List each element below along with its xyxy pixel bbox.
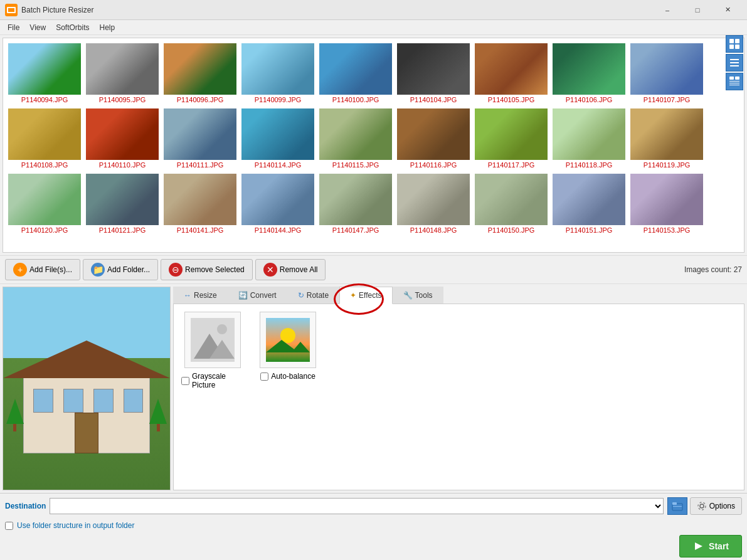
svg-rect-24 [735,77,739,80]
close-button[interactable]: ✕ [713,0,742,20]
options-button[interactable]: Options [690,497,742,515]
resize-icon: ↔ [184,291,191,300]
autobalance-effect: Auto-balance [257,312,319,482]
list-item[interactable]: P1140095.JPG [85,42,160,105]
add-folder-button[interactable]: 📁 Add Folder... [83,259,158,280]
image-filename: P1140107.JPG [644,96,691,103]
list-item[interactable]: P1140100.JPG [318,42,393,105]
image-filename: P1140094.JPG [21,96,68,103]
side-details-view-button[interactable] [726,73,743,90]
tab-rotate[interactable]: ↻ Rotate [287,287,339,304]
use-folder-structure-label[interactable]: Use folder structure in output folder [17,521,134,530]
menu-view[interactable]: View [24,22,51,33]
svg-rect-21 [730,62,739,63]
preview-image [3,287,170,490]
remove-selected-button[interactable]: ⊖ Remove Selected [161,259,253,280]
maximize-button[interactable]: □ [683,0,712,20]
list-item[interactable]: P1140141.JPG [162,172,238,235]
effects-icon: ✦ [350,291,356,300]
list-item[interactable]: P1140121.JPG [85,172,160,235]
start-label: Start [709,541,729,551]
list-item[interactable]: P1140115.JPG [318,107,393,170]
image-filename: P1140120.JPG [21,226,68,234]
tab-tools-label: Tools [415,291,433,300]
list-item[interactable]: P1140153.JPG [629,172,704,235]
destination-browse-button[interactable] [667,497,687,515]
svg-rect-27 [729,85,739,85]
remove-selected-icon: ⊖ [169,263,183,277]
bottom-controls: Destination [0,493,747,560]
menu-help[interactable]: Help [95,22,120,33]
list-item[interactable]: P1140151.JPG [551,172,627,235]
tab-convert-label: Convert [250,291,277,300]
side-list-view-button[interactable] [726,54,743,71]
tab-tools[interactable]: 🔧 Tools [393,287,443,304]
image-filename: P1140151.JPG [566,226,613,234]
list-item[interactable]: P1140114.JPG [240,107,315,170]
svg-rect-25 [729,81,739,82]
list-item[interactable]: P1140150.JPG [474,172,549,235]
list-item[interactable]: P1140104.JPG [396,42,471,105]
toolbar: + Add File(s)... 📁 Add Folder... ⊖ Remov… [0,255,747,284]
list-item[interactable]: P1140099.JPG [240,42,315,105]
image-filename: P1140118.JPG [566,161,613,169]
grayscale-checkbox[interactable] [181,377,189,385]
image-filename: P1140099.JPG [255,96,302,103]
tab-convert[interactable]: 🔄 Convert [228,287,287,304]
image-filename: P1140121.JPG [99,226,146,234]
list-item[interactable]: P1140094.JPG [7,42,82,105]
remove-selected-label: Remove Selected [185,265,245,274]
list-item[interactable]: P1140110.JPG [85,107,160,170]
grayscale-label[interactable]: Grayscale Picture [192,372,244,389]
autobalance-icon-box [260,312,316,368]
list-item[interactable]: P1140108.JPG [7,107,82,170]
image-filename: P1140141.JPG [177,226,224,234]
list-item[interactable]: P1140111.JPG [162,107,238,170]
list-item[interactable]: P1140107.JPG [629,42,704,105]
list-item[interactable]: P1140105.JPG [474,42,549,105]
image-filename: P1140095.JPG [99,96,146,103]
list-item[interactable]: P1140144.JPG [240,172,315,235]
list-item[interactable]: P1140096.JPG [162,42,238,105]
menu-file[interactable]: File [3,22,24,33]
svg-rect-16 [729,39,734,43]
image-filename: P1140114.JPG [255,161,302,169]
list-item[interactable]: P1140116.JPG [396,107,471,170]
svg-point-14 [698,502,706,510]
add-files-button[interactable]: + Add File(s)... [5,259,80,280]
tab-resize[interactable]: ↔ Resize [173,287,228,304]
svg-rect-22 [730,65,739,66]
image-filename: P1140117.JPG [488,161,535,169]
autobalance-label[interactable]: Auto-balance [271,372,315,381]
image-grid[interactable]: P1140094.JPGP1140095.JPGP1140096.JPGP114… [3,38,744,253]
list-item[interactable]: P1140120.JPG [7,172,82,235]
list-item[interactable]: P1140118.JPG [551,107,627,170]
menu-softorbits[interactable]: SoftOrbits [51,22,94,33]
right-panel: ↔ Resize 🔄 Convert ↻ Rotate ✦ Effects [173,287,744,490]
list-item[interactable]: P1140117.JPG [474,107,549,170]
tools-icon: 🔧 [403,291,413,300]
tab-bar: ↔ Resize 🔄 Convert ↻ Rotate ✦ Effects [173,287,744,304]
use-folder-structure-checkbox[interactable] [5,522,13,530]
tab-effects[interactable]: ✦ Effects [339,287,392,304]
remove-all-button[interactable]: ✕ Remove All [255,259,326,280]
destination-select[interactable] [50,498,663,514]
list-item[interactable]: P1140106.JPG [551,42,627,105]
rotate-icon: ↻ [298,291,304,300]
svg-rect-17 [735,39,739,43]
list-item[interactable]: P1140148.JPG [396,172,471,235]
svg-rect-26 [729,83,739,83]
start-button[interactable]: Start [679,535,742,557]
autobalance-checkbox[interactable] [260,372,268,381]
image-filename: P1140150.JPG [488,226,535,234]
image-filename: P1140144.JPG [255,226,302,234]
remove-all-icon: ✕ [263,263,277,277]
folder-open-icon [672,500,683,512]
options-label: Options [709,502,735,510]
image-filename: P1140105.JPG [488,96,535,103]
list-item[interactable]: P1140119.JPG [629,107,704,170]
svg-rect-18 [729,45,734,49]
side-thumbnail-view-button[interactable] [726,35,743,53]
minimize-button[interactable]: – [653,0,682,20]
list-item[interactable]: P1140147.JPG [318,172,393,235]
